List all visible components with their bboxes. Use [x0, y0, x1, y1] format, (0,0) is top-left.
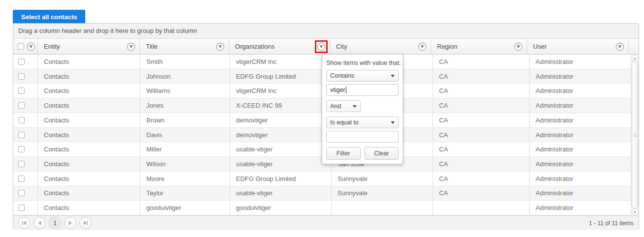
scroll-up-icon[interactable]: ▲ — [632, 55, 638, 61]
cell-region: CA — [433, 55, 530, 69]
group-drop-area[interactable]: Drag a column header and drop it here to… — [13, 24, 639, 39]
arrow-left-icon — [38, 221, 41, 225]
cell-title: gooduivtiger — [140, 201, 230, 215]
row-checkbox[interactable] — [18, 73, 25, 80]
cell-region: CA — [433, 98, 530, 113]
region-filter-icon[interactable] — [514, 42, 523, 51]
clear-button[interactable]: Clear — [365, 147, 399, 160]
filter-operator2-dropdown[interactable]: Is equal to — [326, 117, 399, 128]
row-checkbox-cell — [13, 172, 38, 186]
page-1-button[interactable]: 1 — [49, 217, 61, 229]
city-filter-icon[interactable] — [418, 42, 427, 51]
cell-organizations: vtigerCRM Inc — [230, 55, 332, 69]
cell-user: Administrator — [530, 172, 632, 186]
select-all-contacts-tab[interactable]: Select all contacts — [13, 10, 85, 24]
cell-entity: Contacts — [38, 186, 140, 201]
column-header-organizations[interactable]: Organizations — [229, 39, 330, 54]
cell-user: Administrator — [530, 201, 632, 215]
row-checkbox[interactable] — [18, 102, 25, 109]
row-checkbox-cell — [13, 157, 38, 171]
chevron-down-icon — [391, 121, 395, 124]
scrollbar-thumb[interactable] — [632, 61, 638, 209]
cell-title: Jones — [140, 98, 230, 113]
cell-organizations: usable-vtiger — [230, 157, 332, 171]
column-label: Title — [146, 43, 216, 50]
row-checkbox-cell — [13, 201, 38, 215]
cell-title: Wilson — [140, 157, 230, 171]
organizations-filter-icon[interactable] — [317, 42, 326, 51]
row-checkbox-cell — [13, 142, 38, 156]
entity-filter-icon[interactable] — [127, 42, 136, 51]
table-row: Contacts gooduivtiger gooduivtiger Admin… — [13, 201, 632, 215]
row-checkbox-cell — [13, 113, 38, 127]
cell-title: Smith — [140, 55, 230, 69]
column-header-title[interactable]: Title — [140, 39, 229, 54]
cell-organizations: EDFG Group Limited — [230, 172, 332, 186]
cell-title: Moore — [140, 172, 230, 186]
cell-organizations: usable-vtiger — [230, 186, 332, 201]
cell-entity: Contacts — [38, 98, 140, 113]
select-all-checkbox[interactable] — [18, 43, 24, 50]
cell-region: CA — [433, 172, 530, 186]
column-header-user[interactable]: User — [527, 39, 629, 54]
filter-operator1-dropdown[interactable]: Contains — [326, 70, 399, 82]
cell-region: CA — [433, 84, 530, 98]
row-checkbox-cell — [13, 69, 38, 84]
row-checkbox[interactable] — [18, 176, 25, 182]
cell-user: Administrator — [530, 98, 632, 113]
column-label: City — [336, 43, 418, 50]
cell-entity: Contacts — [38, 113, 140, 127]
filter-logic-dropdown[interactable]: And — [326, 100, 361, 112]
filter-value2-input[interactable] — [326, 131, 399, 143]
cell-user: Administrator — [530, 128, 632, 142]
pager-info: 1 - 11 of 11 items — [589, 220, 634, 227]
table-row: Contacts Taylor usable-vtiger Sunnyvale … — [13, 186, 632, 201]
row-checkbox[interactable] — [18, 132, 25, 138]
dropdown-value: Is equal to — [330, 119, 391, 126]
filter-button[interactable]: Filter — [326, 147, 361, 160]
input-text: vtiger — [330, 87, 345, 93]
cell-region: CA — [433, 69, 530, 84]
cell-region — [433, 201, 530, 215]
row-checkbox-cell — [13, 84, 38, 98]
column-label: User — [533, 43, 615, 50]
arrow-right-icon — [68, 221, 72, 225]
row-checkbox[interactable] — [18, 205, 25, 211]
cell-city: Sunnyvale — [332, 172, 433, 186]
seek-last-icon — [83, 221, 88, 225]
grid-header: Entity Title Organizations City Region U… — [13, 39, 639, 55]
row-checkbox[interactable] — [18, 190, 25, 196]
row-checkbox-cell — [13, 55, 38, 69]
column-header-city[interactable]: City — [330, 39, 431, 54]
row-checkbox[interactable] — [18, 161, 25, 167]
cell-user: Administrator — [530, 69, 632, 84]
first-page-button[interactable] — [18, 217, 31, 229]
header-select-all — [13, 39, 38, 54]
scroll-down-icon[interactable]: ▼ — [632, 208, 638, 215]
checkbox-column-filter-icon[interactable] — [27, 42, 35, 51]
cell-entity: Contacts — [38, 128, 140, 142]
cell-user: Administrator — [530, 157, 632, 171]
scrollbar-grip-icon — [634, 133, 637, 137]
cell-organizations: X-CEED INC 99 — [230, 98, 332, 113]
next-page-button[interactable] — [64, 217, 76, 229]
title-filter-icon[interactable] — [216, 42, 225, 51]
column-header-entity[interactable]: Entity — [38, 39, 140, 54]
cell-region: CA — [433, 186, 530, 201]
cell-organizations: gooduivtiger — [230, 201, 332, 215]
last-page-button[interactable] — [79, 217, 92, 229]
row-checkbox[interactable] — [18, 59, 25, 65]
user-filter-icon[interactable] — [615, 42, 624, 51]
row-checkbox-cell — [13, 98, 38, 113]
column-header-region[interactable]: Region — [431, 39, 527, 54]
vertical-scrollbar[interactable]: ▲ ▼ — [631, 55, 639, 215]
prev-page-button[interactable] — [34, 217, 46, 229]
cell-title: Brown — [140, 113, 230, 127]
column-filter-popup: Show items with value that: Contains vti… — [322, 54, 403, 164]
row-checkbox[interactable] — [18, 88, 25, 94]
row-checkbox[interactable] — [18, 146, 25, 152]
row-checkbox[interactable] — [18, 117, 25, 123]
cell-entity: Contacts — [38, 69, 140, 84]
cell-entity: Contacts — [38, 157, 140, 171]
filter-value1-input[interactable]: vtiger — [326, 84, 399, 96]
